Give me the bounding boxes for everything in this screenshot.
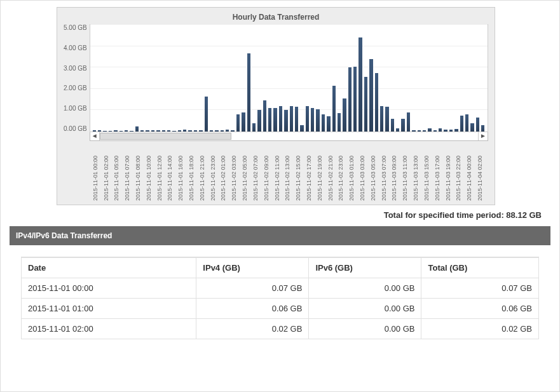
chart-bar	[215, 130, 218, 132]
chart-bar	[284, 110, 287, 132]
chart-bar	[327, 116, 330, 132]
chart-bar	[439, 128, 442, 132]
chart-bar	[156, 130, 160, 132]
chart-bar	[380, 106, 383, 132]
scroll-left-arrow-icon[interactable]: ◄	[90, 132, 100, 140]
chart-y-axis: 5.00 GB4.00 GB3.00 GB2.00 GB1.00 GB0.00 …	[64, 24, 90, 132]
data-table-container: Date IPv4 (GB) IPv6 (GB) Total (GB) 2015…	[21, 257, 539, 339]
x-tick-label: 2015-11-02 11:00	[274, 144, 283, 201]
chart-bar	[103, 131, 106, 132]
col-ipv4: IPv4 (GB)	[196, 258, 309, 278]
x-tick-label: 2015-11-01 23:00	[210, 144, 219, 201]
chart-bar	[247, 53, 250, 132]
cell-total: 0.07 GB	[421, 278, 539, 299]
y-tick-label: 2.00 GB	[64, 84, 87, 91]
chart-bar	[125, 130, 128, 132]
chart-bar	[460, 116, 463, 132]
chart-bar	[178, 130, 181, 132]
x-tick-label: 2015-11-03 17:00	[434, 144, 443, 201]
chart-bar	[140, 130, 144, 132]
x-tick-label: 2015-11-01 14:00	[167, 144, 175, 201]
scroll-right-arrow-icon[interactable]: ►	[478, 132, 488, 140]
total-label: Total for specified time period:	[384, 210, 504, 220]
x-tick-label: 2015-11-03 19:00	[445, 144, 454, 201]
chart-bar	[465, 114, 468, 132]
chart-bar	[311, 108, 314, 132]
chart-bar	[194, 130, 197, 132]
chart-bar	[396, 128, 399, 132]
y-tick-label: 3.00 GB	[64, 65, 87, 72]
x-tick-label: 2015-11-01 10:00	[146, 144, 154, 201]
chart-bar	[98, 130, 101, 132]
x-tick-label: 2015-11-02 01:00	[220, 144, 229, 201]
chart-bar	[359, 37, 362, 132]
x-tick-label: 2015-11-03 07:00	[381, 144, 390, 201]
x-tick-label: 2015-11-03 01:00	[348, 144, 357, 201]
chart-bar	[279, 106, 282, 132]
col-ipv6: IPv6 (GB)	[309, 258, 421, 278]
x-tick-label: 2015-11-02 23:00	[338, 144, 346, 201]
scroll-thumb[interactable]	[100, 133, 231, 140]
chart-plot-area	[90, 24, 488, 132]
x-tick-label: 2015-11-01 08:00	[135, 144, 144, 201]
x-tick-label: 2015-11-03 03:00	[359, 144, 368, 201]
table-row: 2015-11-01 02:000.02 GB0.00 GB0.02 GB	[22, 319, 539, 339]
x-tick-label: 2015-11-03 09:00	[391, 144, 400, 201]
chart-bar	[391, 119, 394, 132]
col-date: Date	[22, 258, 196, 278]
chart-bar	[332, 86, 336, 132]
table-row: 2015-11-01 01:000.06 GB0.00 GB0.06 GB	[22, 299, 539, 319]
x-tick-label: 2015-11-01 16:00	[177, 144, 186, 201]
x-tick-label: 2015-11-01 12:00	[156, 144, 165, 201]
col-total: Total (GB)	[421, 258, 539, 278]
cell-ipv6: 0.00 GB	[309, 299, 421, 319]
chart-bar	[188, 130, 191, 132]
chart-bar	[306, 106, 309, 132]
chart-bar	[167, 130, 170, 132]
x-tick-label: 2015-11-02 19:00	[317, 144, 325, 201]
x-tick-label: 2015-11-02 21:00	[327, 144, 336, 201]
chart-bar	[444, 130, 447, 132]
x-tick-label: 2015-11-01 18:00	[188, 144, 197, 201]
data-table: Date IPv4 (GB) IPv6 (GB) Total (GB) 2015…	[21, 257, 539, 339]
chart-bar	[210, 130, 213, 132]
chart-bar	[268, 108, 271, 132]
chart-bar	[316, 109, 319, 132]
x-tick-label: 2015-11-02 09:00	[263, 144, 272, 201]
chart-bar	[470, 123, 474, 132]
table-row: 2015-11-01 00:000.07 GB0.00 GB0.07 GB	[22, 278, 539, 299]
x-tick-label: 2015-11-01 21:00	[199, 144, 208, 201]
chart-x-axis: 2015-11-01 00:002015-11-01 02:002015-11-…	[92, 144, 486, 201]
x-tick-label: 2015-11-03 05:00	[370, 144, 379, 201]
chart-bar	[183, 130, 186, 132]
y-tick-label: 4.00 GB	[64, 44, 87, 51]
y-tick-label: 0.00 GB	[64, 125, 87, 132]
chart-scrollbar[interactable]: ◄ ►	[90, 132, 488, 141]
chart-bar	[146, 130, 149, 132]
chart-bar	[290, 106, 293, 132]
chart-bar	[93, 130, 96, 132]
x-tick-label: 2015-11-02 03:00	[231, 144, 240, 201]
chart-bar	[353, 67, 357, 132]
chart-bar	[120, 131, 123, 132]
chart-bar	[273, 108, 277, 132]
total-summary: Total for specified time period: 88.12 G…	[8, 210, 542, 220]
x-tick-label: 2015-11-04 02:00	[477, 144, 486, 201]
total-value: 88.12 GB	[506, 210, 542, 220]
x-tick-label: 2015-11-01 02:00	[103, 144, 112, 201]
chart-bar	[412, 130, 415, 132]
chart-panel: Hourly Data Transferred 5.00 GB4.00 GB3.…	[57, 7, 495, 205]
x-tick-label: 2015-11-03 15:00	[423, 144, 432, 201]
chart-bar	[135, 126, 139, 132]
chart-bar	[348, 67, 352, 132]
chart-bar	[151, 130, 154, 132]
chart-bar	[114, 130, 117, 132]
chart-bar	[295, 107, 298, 132]
cell-total: 0.02 GB	[421, 319, 539, 339]
chart-bar	[407, 112, 410, 132]
chart-bar	[481, 125, 484, 132]
cell-date: 2015-11-01 02:00	[22, 319, 196, 339]
cell-ipv6: 0.00 GB	[309, 278, 421, 299]
chart-bar	[199, 130, 202, 132]
chart-bar	[385, 107, 388, 132]
